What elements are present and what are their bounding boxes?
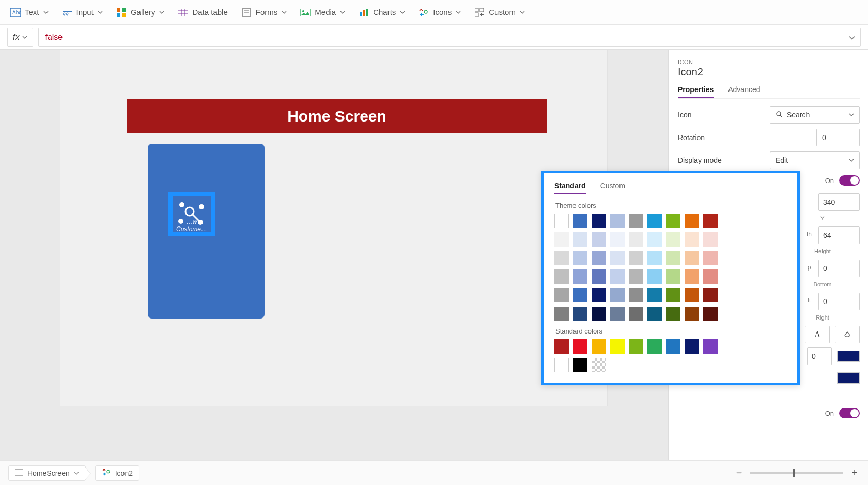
tab-properties[interactable]: Properties: [678, 85, 714, 98]
ribbon-charts[interactable]: Charts: [359, 8, 405, 17]
colorpicker-tab-custom[interactable]: Custom: [600, 181, 625, 194]
text-align-button[interactable]: A: [805, 326, 830, 343]
color-swatch[interactable]: [666, 269, 680, 284]
color-swatch[interactable]: [573, 307, 587, 321]
selected-icon-control[interactable]: …w Custome…: [168, 192, 215, 236]
footer-toggle[interactable]: [839, 408, 860, 418]
color-swatch[interactable]: [629, 214, 643, 228]
color-swatch[interactable]: [592, 288, 606, 302]
color-swatch[interactable]: [573, 339, 587, 354]
color-swatch[interactable]: [610, 251, 625, 265]
color-swatch[interactable]: [573, 269, 587, 284]
color-swatch[interactable]: [703, 339, 718, 354]
color-swatch[interactable]: [554, 269, 569, 284]
color-swatch[interactable]: [592, 339, 606, 354]
color-swatch[interactable]: [647, 251, 662, 265]
zoom-out-button[interactable]: −: [734, 467, 745, 479]
zoom-in-button[interactable]: +: [849, 467, 860, 479]
color-swatch[interactable]: [685, 288, 699, 302]
color-swatch[interactable]: [629, 307, 643, 321]
color-swatch[interactable]: [573, 288, 587, 302]
color-swatch[interactable]: [685, 307, 699, 321]
ribbon-forms[interactable]: Forms: [241, 8, 287, 17]
color-swatch[interactable]: [629, 269, 643, 284]
color-swatch[interactable]: [703, 307, 718, 321]
color-swatch[interactable]: [629, 232, 643, 247]
color-swatch[interactable]: [666, 232, 680, 247]
chevron-down-icon[interactable]: [849, 35, 854, 40]
color-swatch[interactable]: [592, 307, 606, 321]
ribbon-gallery[interactable]: Gallery: [116, 8, 165, 17]
padding-bottom-input[interactable]: 0: [818, 260, 860, 277]
ribbon-custom[interactable]: Custom: [474, 8, 525, 17]
color-swatch[interactable]: [554, 358, 569, 372]
color-swatch[interactable]: [629, 339, 643, 354]
color-swatch[interactable]: [592, 269, 606, 284]
color-swatch[interactable]: [666, 214, 680, 228]
color-swatch[interactable]: [610, 214, 625, 228]
color-swatch[interactable]: [685, 251, 699, 265]
ribbon-icons[interactable]: Icons: [419, 8, 461, 17]
color-swatch[interactable]: [647, 339, 662, 354]
color-swatch[interactable]: [554, 214, 569, 228]
padding-right-input[interactable]: 0: [818, 293, 860, 310]
color-swatch[interactable]: [647, 232, 662, 247]
color-swatch[interactable]: [666, 307, 680, 321]
formula-input[interactable]: false: [38, 28, 861, 47]
color-swatch[interactable]: [573, 214, 587, 228]
zoom-slider[interactable]: [750, 472, 843, 474]
color-swatch[interactable]: [703, 232, 718, 247]
color-swatch[interactable]: [610, 307, 625, 321]
colorpicker-tab-standard[interactable]: Standard: [554, 181, 586, 194]
color-swatch[interactable]: [685, 269, 699, 284]
pos-y-input[interactable]: 340: [818, 193, 860, 211]
color-swatch[interactable]: [703, 269, 718, 284]
prop-displaymode-select[interactable]: Edit: [770, 151, 860, 169]
formula-property-selector[interactable]: fx: [7, 28, 33, 47]
color-swatch[interactable]: [666, 251, 680, 265]
color-swatch[interactable]: [573, 232, 587, 247]
design-canvas[interactable]: Home Screen …w Custome…: [60, 50, 608, 406]
color-swatch[interactable]: [629, 251, 643, 265]
color-swatch[interactable]: [703, 288, 718, 302]
color-swatch[interactable]: [592, 214, 606, 228]
ribbon-datatable[interactable]: Data table: [178, 8, 227, 17]
color-swatch[interactable]: [610, 269, 625, 284]
border-input[interactable]: 0: [807, 347, 832, 365]
color-swatch[interactable]: [666, 339, 680, 354]
color-swatch[interactable]: [554, 251, 569, 265]
prop-rotation-input[interactable]: 0: [816, 129, 860, 146]
breadcrumb-screen[interactable]: HomeScreen: [8, 465, 86, 481]
color-swatch[interactable]: [592, 251, 606, 265]
color-swatch[interactable]: [666, 288, 680, 302]
color-swatch[interactable]: [647, 288, 662, 302]
breadcrumb-control[interactable]: Icon2: [95, 465, 140, 481]
color-swatch[interactable]: [647, 269, 662, 284]
fill-button[interactable]: [835, 326, 860, 343]
color-swatch[interactable]: [610, 232, 625, 247]
tab-advanced[interactable]: Advanced: [728, 85, 760, 98]
height-input[interactable]: 64: [818, 226, 860, 244]
color-swatch[interactable]: [703, 251, 718, 265]
visible-toggle[interactable]: [839, 175, 860, 186]
color-swatch[interactable]: [629, 288, 643, 302]
color-swatch[interactable]: [703, 214, 718, 228]
prop-icon-select[interactable]: Search: [770, 106, 860, 124]
ribbon-media[interactable]: Media: [300, 8, 345, 17]
color-swatch[interactable]: [647, 307, 662, 321]
color-swatch[interactable]: [554, 288, 569, 302]
color-swatch[interactable]: [554, 339, 569, 354]
color-swatch[interactable]: [685, 214, 699, 228]
color-swatch[interactable]: [610, 288, 625, 302]
ribbon-text[interactable]: Abc Text: [10, 8, 49, 17]
color-swatch[interactable]: [554, 307, 569, 321]
color-swatch-1[interactable]: [837, 351, 860, 362]
color-swatch-2[interactable]: [837, 372, 860, 384]
color-swatch[interactable]: [573, 251, 587, 265]
color-swatch[interactable]: [554, 232, 569, 247]
color-swatch-transparent[interactable]: [592, 358, 606, 372]
color-swatch[interactable]: [573, 358, 587, 372]
color-swatch[interactable]: [647, 214, 662, 228]
card-control[interactable]: …w Custome…: [148, 144, 265, 319]
color-swatch[interactable]: [685, 339, 699, 354]
